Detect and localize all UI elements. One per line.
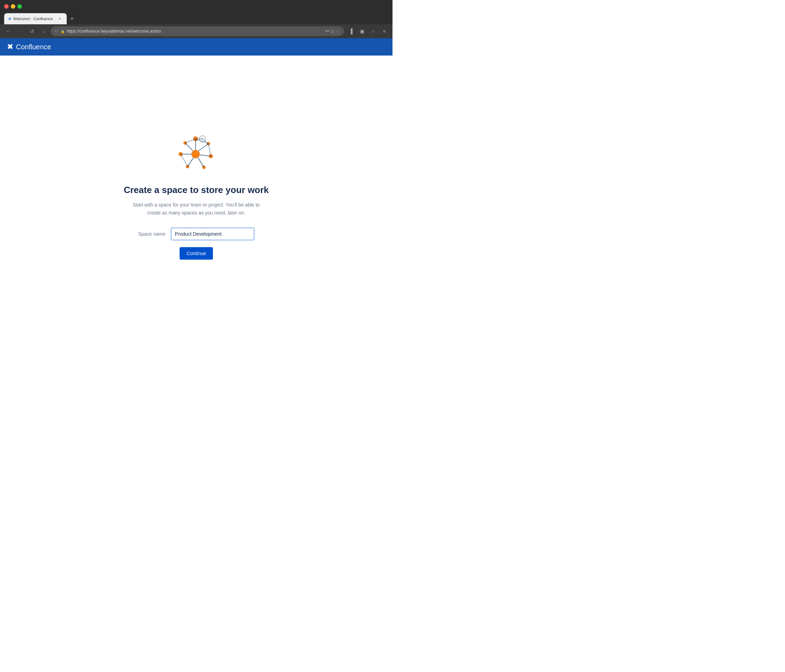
tab-bar: ✖ Welcome! - Confluence × + (0, 13, 392, 24)
tab-close-button[interactable]: × (57, 16, 63, 22)
svg-line-20 (181, 154, 188, 167)
svg-line-11 (199, 144, 208, 151)
nav-right: ▐ ▣ ○ ≡ (346, 27, 389, 36)
minimize-button[interactable] (11, 4, 15, 9)
tab-title: Welcome! - Confluence (13, 17, 55, 21)
svg-point-0 (191, 150, 200, 158)
menu-button[interactable]: ≡ (379, 27, 389, 36)
lock-icon: 🔒 (61, 30, 65, 33)
svg-line-19 (185, 139, 195, 143)
page-heading: Create a space to store your work (124, 185, 269, 195)
browser-chrome: ✖ Welcome! - Confluence × + ← → ↺ ⌂ 🛡 🔒 … (0, 0, 392, 38)
pocket-icon[interactable]: ◫ (331, 29, 335, 34)
profile-button[interactable]: ○ (368, 27, 378, 36)
new-tab-button[interactable]: + (67, 13, 77, 24)
active-tab[interactable]: ✖ Welcome! - Confluence × (4, 13, 67, 24)
space-name-input[interactable] (171, 228, 254, 240)
svg-line-13 (198, 157, 204, 167)
confluence-icon: ✖ (7, 42, 13, 51)
confluence-logo[interactable]: ✖ Confluence (7, 42, 51, 51)
security-icon: 🛡 (55, 30, 58, 33)
title-bar (0, 0, 392, 12)
continue-button[interactable]: Continue (180, 247, 213, 260)
address-bar[interactable]: 🛡 🔒 https://confluence.heyvaldemar.net/w… (51, 27, 344, 36)
page-subtext: Start with a space for your team or proj… (130, 201, 262, 217)
svg-line-18 (208, 144, 211, 156)
svg-line-14 (188, 157, 194, 167)
more-icon[interactable]: ••• (325, 29, 329, 34)
app-bar: ✖ Confluence (0, 38, 392, 56)
home-button[interactable]: ⌂ (39, 27, 48, 36)
traffic-lights (4, 4, 22, 9)
maximize-button[interactable] (17, 4, 22, 9)
space-name-label: Space name (138, 231, 166, 237)
nav-bar: ← → ↺ ⌂ 🛡 🔒 https://confluence.heyvaldem… (0, 24, 392, 38)
reload-button[interactable]: ↺ (27, 27, 37, 36)
back-button[interactable]: ← (3, 27, 13, 36)
main-content: Create a space to store your work Start … (0, 56, 392, 336)
star-icon[interactable]: ☆ (336, 29, 340, 34)
forward-button[interactable]: → (15, 27, 25, 36)
form-row: Space name (138, 228, 255, 240)
extensions-button[interactable]: ▐ (346, 27, 356, 36)
tab-favicon: ✖ (8, 17, 11, 21)
confluence-name: Confluence (16, 43, 51, 51)
close-button[interactable] (4, 4, 9, 9)
url-text[interactable]: https://confluence.heyvaldemar.net/welco… (67, 29, 323, 34)
network-illustration (175, 133, 217, 174)
sidebar-button[interactable]: ▣ (357, 27, 367, 36)
address-bar-actions: ••• ◫ ☆ (325, 29, 340, 34)
svg-line-16 (185, 143, 193, 151)
